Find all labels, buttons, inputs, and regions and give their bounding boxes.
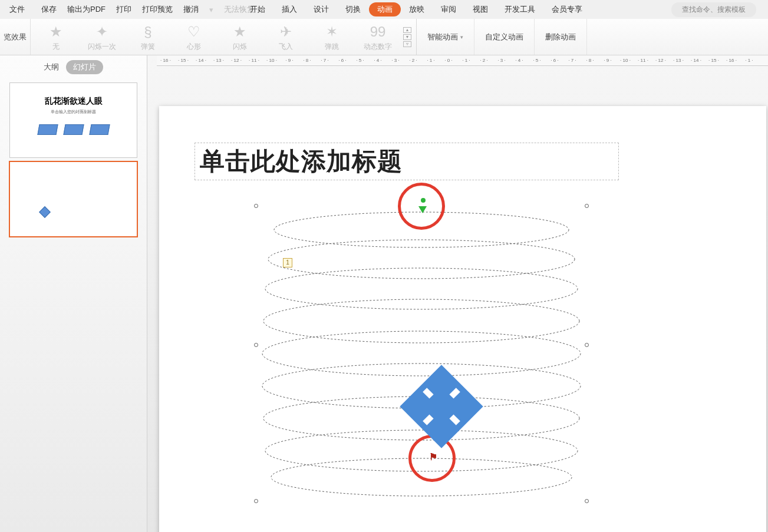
- spring-icon: §: [125, 22, 171, 42]
- gallery-expand[interactable]: ▴▾▿: [401, 27, 414, 47]
- smart-animation-button[interactable]: 智能动画▾: [417, 19, 474, 55]
- tab-design[interactable]: 设计: [305, 1, 337, 18]
- svg-point-4: [262, 331, 581, 376]
- title-text: 单击此处添加标题: [200, 145, 403, 178]
- anim-bounce[interactable]: ✶弹跳: [309, 22, 355, 52]
- anim-flyin[interactable]: ✈飞入: [263, 22, 309, 52]
- bounce-icon: ✶: [309, 22, 355, 42]
- editor-canvas[interactable]: · 16 ·· 15 ·· 14 ·· 13 ·· 12 ·· 11 ·· 10…: [147, 55, 768, 532]
- spring-path-object[interactable]: ⚑: [256, 206, 586, 501]
- outline-tab[interactable]: 大纲: [44, 62, 59, 72]
- star-icon: ★: [217, 22, 263, 42]
- ribbon-tabs: 开始 插入 设计 切换 动画 放映 审阅 视图 开发工具 会员专享 查找命令、搜…: [0, 0, 768, 19]
- path-end-flag-icon[interactable]: ⚑: [429, 451, 437, 462]
- ribbon-preview[interactable]: 览效果: [0, 19, 31, 55]
- title-placeholder[interactable]: 单击此处添加标题: [195, 143, 619, 180]
- path-start-arrow-icon[interactable]: [418, 206, 427, 213]
- thumb1-subtitle: 单击输入您的封面副标题: [10, 109, 137, 115]
- slides-panel: 大纲 幻灯片 乱花渐欲迷人眼 单击输入您的封面副标题: [0, 55, 147, 532]
- anim-numbers[interactable]: 99动态数字: [355, 22, 401, 52]
- tab-member[interactable]: 会员专享: [543, 1, 591, 18]
- flyin-icon: ✈: [263, 22, 309, 42]
- anim-blink-once[interactable]: ✦闪烁一次: [79, 22, 125, 52]
- anim-blink[interactable]: ★闪烁: [217, 22, 263, 52]
- slide-editor[interactable]: 单击此处添加标题: [159, 106, 766, 532]
- custom-animation-button[interactable]: 自定义动画: [474, 19, 535, 55]
- thumb1-title: 乱花渐欲迷人眼: [10, 96, 137, 107]
- thumb1-shapes: [10, 124, 137, 135]
- anim-spring[interactable]: §弹簧: [125, 22, 171, 52]
- sparkle-icon: ✦: [79, 22, 125, 42]
- tab-start[interactable]: 开始: [242, 1, 273, 18]
- anim-none[interactable]: ★无: [33, 22, 79, 52]
- tab-view[interactable]: 视图: [464, 1, 496, 18]
- horizontal-ruler: · 16 ·· 15 ·· 14 ·· 13 ·· 12 ·· 11 ·· 10…: [157, 55, 768, 66]
- star-icon: ★: [33, 22, 79, 42]
- svg-point-3: [263, 299, 579, 343]
- slide-thumbnail-2[interactable]: [9, 161, 137, 237]
- animation-order-tag[interactable]: 1: [283, 258, 292, 267]
- path-start-dot-icon[interactable]: [421, 198, 426, 203]
- search-box[interactable]: 查找命令、搜索模板: [671, 2, 756, 17]
- anim-heart[interactable]: ♡心形: [171, 22, 217, 52]
- slide-thumbnail-1[interactable]: 乱花渐欲迷人眼 单击输入您的封面副标题: [9, 82, 137, 158]
- heart-icon: ♡: [171, 22, 217, 42]
- svg-point-1: [268, 240, 575, 279]
- tab-insert[interactable]: 插入: [273, 1, 305, 18]
- delete-animation-button[interactable]: 删除动画: [535, 19, 587, 55]
- animation-gallery[interactable]: ★无 ✦闪烁一次 §弹簧 ♡心形 ★闪烁 ✈飞入 ✶弹跳 99动态数字 ▴▾▿: [31, 19, 417, 55]
- tab-developer[interactable]: 开发工具: [496, 1, 543, 18]
- slides-tab[interactable]: 幻灯片: [66, 60, 103, 74]
- tab-review[interactable]: 审阅: [433, 1, 464, 18]
- ribbon: 览效果 ★无 ✦闪烁一次 §弹簧 ♡心形 ★闪烁 ✈飞入 ✶弹跳 99动态数字 …: [0, 19, 768, 55]
- tab-animation[interactable]: 动画: [369, 2, 401, 16]
- tab-transition[interactable]: 切换: [337, 1, 369, 18]
- svg-point-2: [265, 268, 578, 309]
- tab-slideshow[interactable]: 放映: [401, 1, 433, 18]
- number-icon: 99: [355, 22, 401, 42]
- thumb2-diamond-icon: [39, 206, 51, 218]
